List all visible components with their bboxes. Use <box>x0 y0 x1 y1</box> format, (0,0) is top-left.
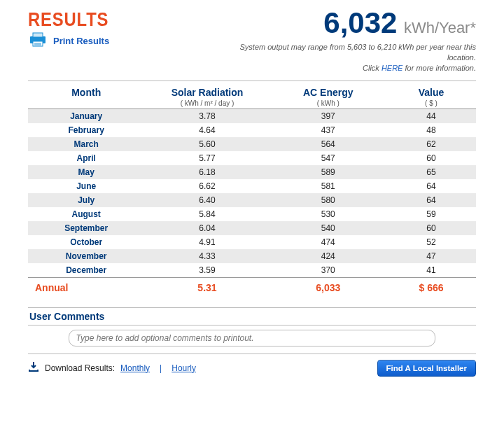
cell-energy: 424 <box>270 249 386 263</box>
download-icon <box>28 361 39 374</box>
cell-month: December <box>28 263 144 278</box>
cell-energy: 530 <box>270 207 386 221</box>
cell-radiation: 3.78 <box>144 108 270 123</box>
cell-value: 62 <box>386 137 476 151</box>
table-row: April5.7754760 <box>28 151 476 165</box>
cell-month: April <box>28 151 144 165</box>
table-row: May6.1858965 <box>28 165 476 179</box>
cell-value: 59 <box>386 207 476 221</box>
cell-value: 41 <box>386 263 476 278</box>
table-row: July6.4058064 <box>28 193 476 207</box>
cell-energy: 540 <box>270 221 386 235</box>
cell-month: August <box>28 207 144 221</box>
cell-energy: 474 <box>270 235 386 249</box>
page-title: RESULTS <box>28 8 200 31</box>
cell-radiation: 5.60 <box>144 137 270 151</box>
col-ac-energy: AC Energy( kWh ) <box>270 81 386 109</box>
download-label: Download Results: <box>45 363 115 373</box>
annual-row: Annual 5.31 6,033 $ 666 <box>28 277 476 298</box>
cell-value: 64 <box>386 193 476 207</box>
find-installer-button[interactable]: Find A Local Installer <box>377 360 476 377</box>
cell-radiation: 3.59 <box>144 263 270 278</box>
table-row: December3.5937041 <box>28 263 476 278</box>
cell-value: 52 <box>386 235 476 249</box>
cell-radiation: 5.77 <box>144 151 270 165</box>
cell-energy: 370 <box>270 263 386 278</box>
cell-month: October <box>28 235 144 249</box>
cell-month: September <box>28 221 144 235</box>
table-row: August5.8453059 <box>28 207 476 221</box>
cell-energy: 581 <box>270 179 386 193</box>
cell-energy: 564 <box>270 137 386 151</box>
table-row: January3.7839744 <box>28 108 476 123</box>
cell-value: 60 <box>386 151 476 165</box>
cell-energy: 397 <box>270 108 386 123</box>
col-month: Month <box>28 81 144 109</box>
cell-radiation: 4.91 <box>144 235 270 249</box>
cell-radiation: 6.04 <box>144 221 270 235</box>
results-table: Month Solar Radiation( kWh / m² / day ) … <box>28 81 476 298</box>
cell-month: January <box>28 108 144 123</box>
annual-output-unit: kWh/Year* <box>404 19 476 36</box>
cell-month: November <box>28 249 144 263</box>
separator: | <box>160 363 162 373</box>
cell-energy: 580 <box>270 193 386 207</box>
cell-radiation: 6.18 <box>144 165 270 179</box>
cell-value: 64 <box>386 179 476 193</box>
cell-radiation: 6.40 <box>144 193 270 207</box>
cell-month: February <box>28 123 144 137</box>
cell-radiation: 4.64 <box>144 123 270 137</box>
cell-radiation: 6.62 <box>144 179 270 193</box>
cell-value: 47 <box>386 249 476 263</box>
printer-icon <box>28 32 48 50</box>
table-row: March5.6056462 <box>28 137 476 151</box>
cell-value: 44 <box>386 108 476 123</box>
print-results-button[interactable]: Print Results <box>28 32 230 50</box>
download-monthly-link[interactable]: Monthly <box>120 363 150 373</box>
cell-value: 48 <box>386 123 476 137</box>
table-row: February4.6443748 <box>28 123 476 137</box>
cell-month: March <box>28 137 144 151</box>
comments-heading: User Comments <box>28 307 476 326</box>
cell-month: July <box>28 193 144 207</box>
cell-value: 60 <box>386 221 476 235</box>
svg-rect-1 <box>33 33 43 37</box>
col-radiation: Solar Radiation( kWh / m² / day ) <box>144 81 270 109</box>
cell-radiation: 4.33 <box>144 249 270 263</box>
more-info-link[interactable]: HERE <box>382 64 403 72</box>
download-hourly-link[interactable]: Hourly <box>172 363 196 373</box>
print-results-label: Print Results <box>53 36 109 46</box>
col-value: Value( $ ) <box>386 81 476 109</box>
cell-month: May <box>28 165 144 179</box>
cell-value: 65 <box>386 165 476 179</box>
cell-month: June <box>28 179 144 193</box>
table-row: November4.3342447 <box>28 249 476 263</box>
cell-energy: 589 <box>270 165 386 179</box>
cell-radiation: 5.84 <box>144 207 270 221</box>
cell-energy: 547 <box>270 151 386 165</box>
comments-input[interactable] <box>69 330 436 346</box>
table-row: September6.0454060 <box>28 221 476 235</box>
output-range-caption: System output may range from 5,603 to 6,… <box>230 42 476 74</box>
table-row: June6.6258164 <box>28 179 476 193</box>
cell-energy: 437 <box>270 123 386 137</box>
table-row: October4.9147452 <box>28 235 476 249</box>
annual-output-value: 6,032 <box>323 6 397 39</box>
